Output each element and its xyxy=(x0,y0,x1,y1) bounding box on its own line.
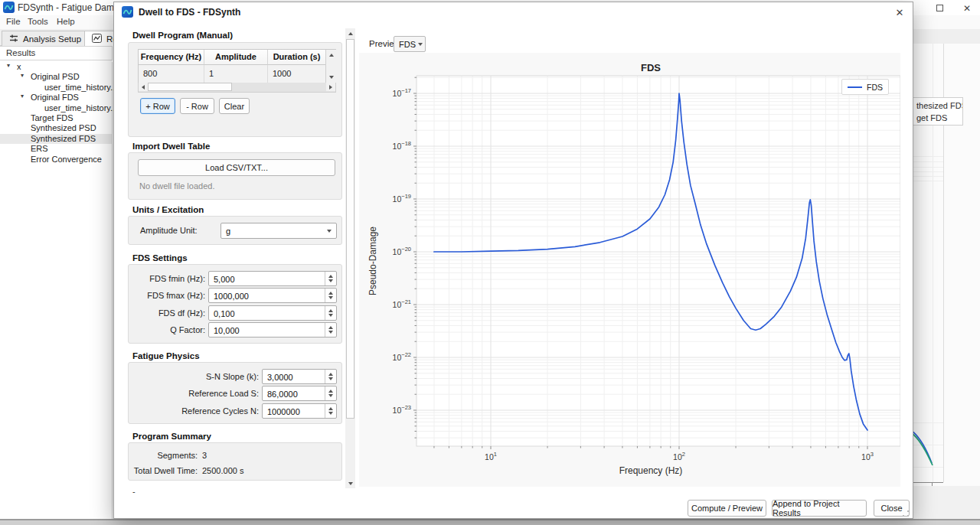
tree-item-target-fds[interactable]: Target FDS xyxy=(0,113,112,123)
amplitude-unit-select[interactable]: g xyxy=(220,223,337,239)
fatigue-field-reference-cycles-n[interactable]: 1000000 xyxy=(262,403,337,419)
panel-scrollbar[interactable] xyxy=(345,28,355,488)
fds-setting-field-q-factor[interactable]: 10,000 xyxy=(208,322,337,338)
table-cell[interactable]: 1 xyxy=(204,65,268,83)
spin-up-icon[interactable] xyxy=(328,309,333,312)
vscroll-thumb[interactable] xyxy=(346,39,354,419)
dialog-close-icon[interactable]: ✕ xyxy=(889,5,910,20)
tree-item-original-fds[interactable]: ▾Original FDS xyxy=(0,93,112,103)
scroll-up-icon[interactable] xyxy=(327,51,336,60)
load-csv-button[interactable]: Load CSV/TXT... xyxy=(138,159,335,176)
spin-up-icon[interactable] xyxy=(328,326,333,329)
fatigue-field-s-n-slope-k[interactable]: 3,0000 xyxy=(262,369,337,384)
fds-setting-label-fds-fmax-hz: FDS fmax (Hz): xyxy=(133,291,205,300)
spin-up-icon[interactable] xyxy=(328,390,333,393)
column-header-frequency-hz[interactable]: Frequency (Hz) xyxy=(139,50,204,65)
append-results-button[interactable]: Append to Project Results xyxy=(772,500,867,517)
scroll-down-icon[interactable] xyxy=(345,478,355,488)
y-tick-label: 10−22 xyxy=(382,351,411,362)
tree-item-label: Synthesized FDS xyxy=(31,134,96,143)
tree-item-label: Original FDS xyxy=(31,93,79,102)
fds-chart-plot xyxy=(359,53,900,487)
table-cell[interactable]: 1000 xyxy=(268,65,326,83)
fatigue-row: S-N Slope (k):3,0000 xyxy=(133,369,338,384)
spinner-icons[interactable] xyxy=(325,306,336,320)
spinner-icons[interactable] xyxy=(325,404,336,418)
spin-down-icon[interactable] xyxy=(328,279,333,282)
compute-preview-button[interactable]: Compute / Preview xyxy=(688,500,766,517)
tree-expander-icon[interactable]: ▾ xyxy=(7,62,10,69)
preview-select[interactable]: FDS xyxy=(394,36,426,52)
tree-item-synthesized-fds[interactable]: Synthesized FDS xyxy=(0,134,112,144)
tree-item-error-convergence[interactable]: Error Convergence xyxy=(0,155,112,165)
column-header-amplitude[interactable]: Amplitude xyxy=(204,50,268,65)
tree-item-user-time-history[interactable]: user_time_history... xyxy=(0,103,112,113)
spin-up-icon[interactable] xyxy=(328,373,333,376)
background-gridline xyxy=(913,181,943,181)
spin-up-icon[interactable] xyxy=(328,275,333,278)
tree-expander-icon[interactable]: ▾ xyxy=(21,72,24,79)
background-legend: thesized FDS get FDS xyxy=(910,97,963,126)
scroll-up-icon[interactable] xyxy=(345,28,355,38)
restore-window-icon[interactable] xyxy=(928,2,951,15)
spin-down-icon[interactable] xyxy=(328,314,333,317)
spin-down-icon[interactable] xyxy=(328,377,333,380)
dwell-table-horizontal-scrollbar[interactable] xyxy=(138,83,336,93)
spinner-icons[interactable] xyxy=(325,370,336,383)
program-summary-heading: Program Summary xyxy=(132,432,211,441)
spin-down-icon[interactable] xyxy=(328,412,333,415)
y-tick-label: 10−17 xyxy=(382,87,411,98)
spinner-icons[interactable] xyxy=(325,272,336,285)
column-header-duration-s[interactable]: Duration (s) xyxy=(268,50,326,65)
fds-setting-value: 5,000 xyxy=(209,272,325,285)
menu-help[interactable]: Help xyxy=(57,17,75,26)
scroll-down-icon[interactable] xyxy=(327,73,336,82)
tree-item-label: Original PSD xyxy=(31,72,80,81)
close-window-icon[interactable]: ✕ xyxy=(956,2,978,15)
tree-item-x[interactable]: ▾x xyxy=(0,62,112,72)
tree-item-user-time-history[interactable]: user_time_history... xyxy=(0,83,112,93)
partial-section-text: - xyxy=(132,487,136,496)
fatigue-row: Reference Load S:86,0000 xyxy=(133,386,338,401)
fds-chart-figure xyxy=(359,53,900,487)
scroll-left-icon[interactable] xyxy=(139,83,148,91)
spinner-icons[interactable] xyxy=(325,289,336,302)
fds-setting-field-fds-df-hz[interactable]: 0,100 xyxy=(208,305,337,321)
spinner-icons[interactable] xyxy=(325,386,336,400)
fds-setting-value: 10,000 xyxy=(209,323,325,337)
clear-button[interactable]: Clear xyxy=(219,98,250,114)
spin-down-icon[interactable] xyxy=(328,394,333,397)
legend-label: FDS xyxy=(867,83,883,92)
app-icon xyxy=(3,2,15,13)
tree-item-ers[interactable]: ERS xyxy=(0,144,112,154)
tree-expander-icon[interactable]: ▾ xyxy=(21,93,24,99)
background-gridline xyxy=(913,171,943,172)
spin-down-icon[interactable] xyxy=(328,296,333,299)
dwell-to-fds-dialog: Dwell to FDS - FDSynth ✕ Dwell Program (… xyxy=(113,2,913,519)
tree-item-original-psd[interactable]: ▾Original PSD xyxy=(0,72,112,82)
tree-item-synthesized-psd[interactable]: Synthesized PSD xyxy=(0,123,112,133)
scroll-right-icon[interactable] xyxy=(326,83,335,91)
menu-file[interactable]: File xyxy=(6,17,21,26)
remove-row-button[interactable]: - Row xyxy=(180,98,214,114)
dwell-file-status: No dwell file loaded. xyxy=(139,181,214,191)
menu-tools[interactable]: Tools xyxy=(28,17,48,26)
y-tick-label: 10−18 xyxy=(382,140,411,151)
spin-down-icon[interactable] xyxy=(328,331,333,334)
background-legend-entry: get FDS xyxy=(916,113,947,122)
spinner-icons[interactable] xyxy=(325,323,336,337)
fds-setting-label-fds-fmin-hz: FDS fmin (Hz): xyxy=(133,274,205,283)
table-cell[interactable]: 800 xyxy=(139,65,204,83)
background-gridline xyxy=(913,161,943,162)
hscroll-thumb[interactable] xyxy=(148,83,232,91)
fatigue-label-s-n-slope-k: S-N Slope (k): xyxy=(133,372,259,381)
spin-up-icon[interactable] xyxy=(328,292,333,295)
tab-analysis-setup[interactable]: Analysis Setup xyxy=(2,31,89,46)
fds-setting-field-fds-fmax-hz[interactable]: 1000,000 xyxy=(208,288,337,303)
fatigue-field-reference-load-s[interactable]: 86,0000 xyxy=(262,386,337,401)
dwell-table-vertical-scrollbar[interactable] xyxy=(325,50,336,83)
fds-setting-field-fds-fmin-hz[interactable]: 5,000 xyxy=(208,271,337,286)
spin-up-icon[interactable] xyxy=(328,407,333,410)
add-row-button[interactable]: + Row xyxy=(140,98,175,114)
resize-grip[interactable] xyxy=(901,509,910,518)
